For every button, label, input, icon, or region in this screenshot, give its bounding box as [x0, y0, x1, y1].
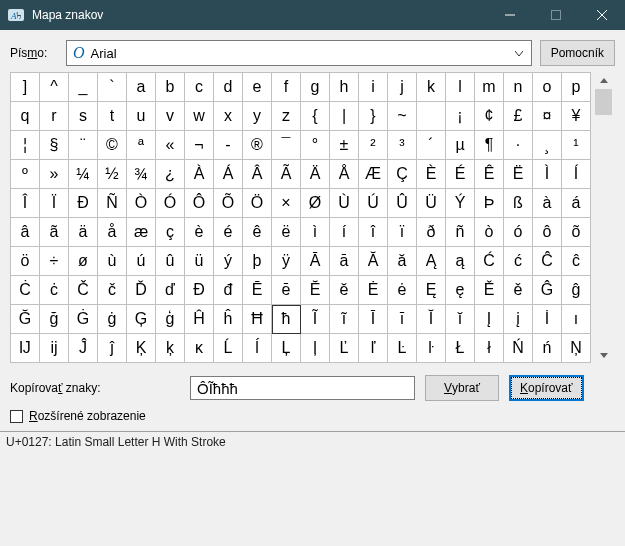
char-cell[interactable]: Ì [533, 160, 562, 189]
char-cell[interactable]: o [533, 73, 562, 102]
char-cell[interactable]: ÿ [272, 247, 301, 276]
char-cell[interactable]: Ĥ [185, 305, 214, 334]
char-cell[interactable]: á [562, 189, 591, 218]
char-cell[interactable]: n [504, 73, 533, 102]
char-cell[interactable]: ľ [359, 334, 388, 363]
char-cell[interactable]: Ĕ [301, 276, 330, 305]
char-cell[interactable]: ô [533, 218, 562, 247]
char-cell[interactable]: İ [533, 305, 562, 334]
char-cell[interactable]: ê [243, 218, 272, 247]
char-cell[interactable]: è [185, 218, 214, 247]
char-cell[interactable]: Á [214, 160, 243, 189]
char-cell[interactable]: ĳ [40, 334, 69, 363]
char-cell[interactable]: ł [475, 334, 504, 363]
char-cell[interactable]: ń [533, 334, 562, 363]
char-cell[interactable]: Ö [243, 189, 272, 218]
char-cell[interactable]: Ī [359, 305, 388, 334]
scroll-down-button[interactable] [595, 346, 612, 363]
help-button[interactable]: Pomocník [540, 40, 615, 66]
char-cell[interactable]: č [98, 276, 127, 305]
char-cell[interactable]: © [98, 131, 127, 160]
char-cell[interactable]: Æ [359, 160, 388, 189]
char-cell[interactable]: Ç [388, 160, 417, 189]
char-cell[interactable]: ñ [446, 218, 475, 247]
char-cell[interactable]: Ā [301, 247, 330, 276]
char-cell[interactable]: ÷ [40, 247, 69, 276]
char-cell[interactable]: ğ [40, 305, 69, 334]
char-cell[interactable]: ķ [156, 334, 185, 363]
char-cell[interactable]: ª [127, 131, 156, 160]
char-cell[interactable]: × [272, 189, 301, 218]
char-cell[interactable]: ¡ [446, 102, 475, 131]
char-cell[interactable]: Ĳ [11, 334, 40, 363]
char-cell[interactable]: ĭ [446, 305, 475, 334]
char-cell[interactable]: ¼ [69, 160, 98, 189]
char-cell[interactable]: î [359, 218, 388, 247]
char-cell[interactable]: ı [562, 305, 591, 334]
char-cell[interactable]: ´ [417, 131, 446, 160]
char-cell[interactable]: Ń [504, 334, 533, 363]
char-cell[interactable]: Ŀ [388, 334, 417, 363]
char-cell[interactable]: i [359, 73, 388, 102]
char-cell[interactable]: þ [243, 247, 272, 276]
select-button[interactable]: Vybrať [425, 375, 499, 401]
char-cell[interactable]: É [446, 160, 475, 189]
char-cell[interactable]: { [301, 102, 330, 131]
char-cell[interactable]: Þ [475, 189, 504, 218]
char-cell[interactable]: f [272, 73, 301, 102]
char-cell[interactable]: Č [69, 276, 98, 305]
char-cell[interactable]: Ğ [11, 305, 40, 334]
char-cell[interactable]: ¬ [185, 131, 214, 160]
char-cell[interactable]: ä [69, 218, 98, 247]
char-cell[interactable]: b [156, 73, 185, 102]
char-cell[interactable]: Û [388, 189, 417, 218]
char-cell[interactable]: Ñ [98, 189, 127, 218]
char-cell[interactable]: ° [301, 131, 330, 160]
char-cell[interactable]: ċ [40, 276, 69, 305]
char-cell[interactable]: _ [69, 73, 98, 102]
char-cell[interactable]: ¸ [533, 131, 562, 160]
char-cell[interactable]: ~ [388, 102, 417, 131]
font-select[interactable]: O Arial [66, 40, 532, 66]
minimize-button[interactable] [487, 0, 533, 30]
char-cell[interactable]: ù [98, 247, 127, 276]
char-cell[interactable]: u [127, 102, 156, 131]
char-cell[interactable]: ă [388, 247, 417, 276]
char-cell[interactable]: ĉ [562, 247, 591, 276]
scroll-up-button[interactable] [595, 72, 612, 89]
char-cell[interactable]: Ĵ [69, 334, 98, 363]
char-cell[interactable]: ½ [98, 160, 127, 189]
char-cell[interactable]: ¿ [156, 160, 185, 189]
char-cell[interactable]: ¥ [562, 102, 591, 131]
char-cell[interactable]: Ē [243, 276, 272, 305]
char-cell[interactable]: ø [69, 247, 98, 276]
char-cell[interactable]: Ĉ [533, 247, 562, 276]
char-cell[interactable]: » [40, 160, 69, 189]
char-cell[interactable]: º [11, 160, 40, 189]
copy-button[interactable]: Kopírovať [509, 375, 584, 401]
char-cell[interactable]: Ë [504, 160, 533, 189]
char-cell[interactable]: ç [156, 218, 185, 247]
advanced-view-label[interactable]: Rozšírené zobrazenie [29, 409, 146, 423]
char-cell[interactable]: Ċ [11, 276, 40, 305]
char-cell[interactable]: Ą [417, 247, 446, 276]
char-cell[interactable]: ë [272, 218, 301, 247]
char-cell[interactable]: Ņ [562, 334, 591, 363]
close-button[interactable] [579, 0, 625, 30]
char-cell[interactable]: c [185, 73, 214, 102]
char-cell[interactable]: ė [388, 276, 417, 305]
char-cell[interactable]: | [330, 102, 359, 131]
char-cell[interactable]: å [98, 218, 127, 247]
char-cell[interactable]: Ě [475, 276, 504, 305]
char-cell[interactable]: ] [11, 73, 40, 102]
char-cell[interactable]: Í [562, 160, 591, 189]
char-cell[interactable]: } [359, 102, 388, 131]
char-cell[interactable]: ¶ [475, 131, 504, 160]
grid-scrollbar[interactable] [595, 72, 612, 363]
char-cell[interactable]: ć [504, 247, 533, 276]
char-cell[interactable]: a [127, 73, 156, 102]
char-cell[interactable]: æ [127, 218, 156, 247]
char-cell[interactable]: Ĝ [533, 276, 562, 305]
char-cell[interactable]: d [214, 73, 243, 102]
char-cell[interactable]: ĩ [330, 305, 359, 334]
